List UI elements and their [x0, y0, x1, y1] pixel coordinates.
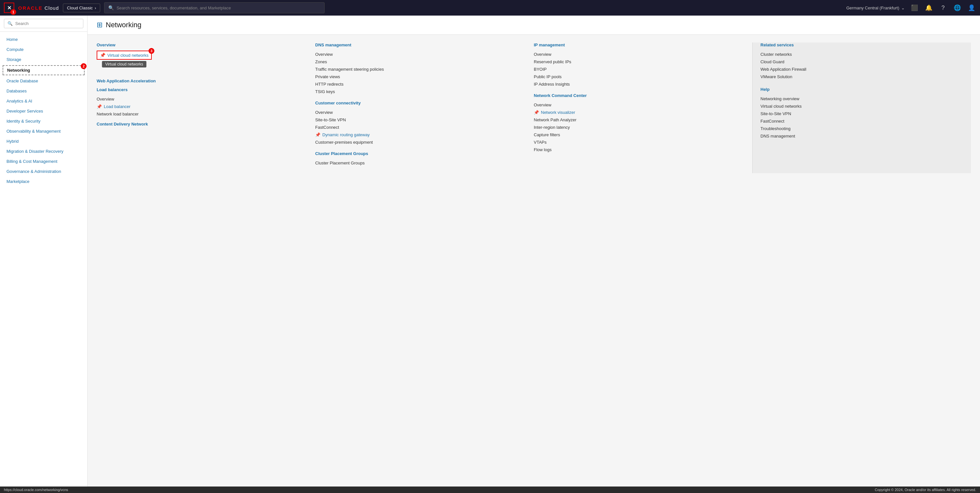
related-1-link[interactable]: Cluster networks [760, 51, 971, 58]
sidebar-item-migration[interactable]: Migration & Disaster Recovery [0, 146, 87, 156]
search-input[interactable] [116, 5, 320, 10]
search-icon: 🔍 [108, 5, 114, 10]
content-area: ⊞ Networking Overview 📌 Virtual cloud ne… [88, 16, 980, 487]
close-icon: ✕ [7, 5, 11, 11]
language-icon[interactable]: 🌐 [953, 3, 962, 12]
vcn-item-wrapper: 📌 Virtual cloud networks 3 Virtual cloud… [97, 51, 152, 60]
sidebar-item-storage[interactable]: Storage [0, 54, 87, 65]
cc-vpn-link[interactable]: Site-to-Site VPN [315, 116, 526, 124]
help-3-link[interactable]: Site-to-Site VPN [760, 110, 971, 118]
dns-zones-link[interactable]: Zones [315, 58, 526, 65]
dns-http-link[interactable]: HTTP redirects [315, 80, 526, 88]
notification-icon[interactable]: 🔔 [924, 3, 933, 12]
dns-title: DNS management [315, 43, 526, 47]
ip-insights-link[interactable]: IP Address Insights [534, 80, 745, 88]
badge-3: 3 [148, 48, 154, 54]
copyright-text: Copyright © 2024, Oracle and/or its affi… [875, 488, 976, 492]
vcn-label: Virtual cloud networks [107, 53, 148, 58]
dns-tsig-link[interactable]: TSIG keys [315, 88, 526, 95]
sidebar-item-observability[interactable]: Observability & Management [0, 126, 87, 136]
cc-overview-link[interactable]: Overview [315, 109, 526, 116]
ncc-capture-link[interactable]: Capture filters [534, 131, 745, 138]
network-lb-link[interactable]: Network load balancer [97, 110, 307, 118]
sidebar-item-oracle-database[interactable]: Oracle Database [0, 76, 87, 86]
sidebar-search-input[interactable] [15, 21, 80, 26]
chevron-right-icon: › [95, 5, 96, 10]
dns-overview-link[interactable]: Overview [315, 51, 526, 58]
ncc-visualizer-link[interactable]: 📌 Network visualizer [534, 109, 745, 116]
cc-drg-link[interactable]: 📌 Dynamic routing gateway [315, 131, 526, 138]
global-search-bar[interactable]: 🔍 [104, 2, 325, 13]
ip-title: IP management [534, 43, 745, 47]
sidebar-search-box[interactable]: 🔍 [4, 19, 83, 28]
help-1-link[interactable]: Networking overview [760, 95, 971, 102]
help-icon[interactable]: ? [939, 3, 948, 12]
content-body: Overview 📌 Virtual cloud networks 3 Virt… [88, 35, 980, 181]
sidebar-item-databases[interactable]: Databases [0, 86, 87, 96]
ncc-vtaps-link[interactable]: VTAPs [534, 138, 745, 146]
networking-header-icon: ⊞ [97, 21, 102, 29]
help-4-link[interactable]: FastConnect [760, 118, 971, 125]
cluster-item-link[interactable]: Cluster Placement Groups [315, 159, 526, 167]
pin-icon: 📌 [315, 132, 320, 137]
ncc-title: Network Command Center [534, 93, 745, 98]
col1-section: Overview 📌 Virtual cloud networks 3 Virt… [97, 43, 315, 173]
sidebar-item-governance[interactable]: Governance & Administration [0, 166, 87, 177]
cluster-placement-section: Cluster Placement Groups Cluster Placeme… [315, 151, 526, 167]
chevron-down-icon: ⌄ [901, 5, 905, 10]
lb-balancer-label: Load balancer [104, 104, 130, 109]
sidebar-item-home[interactable]: Home [0, 34, 87, 45]
virtual-cloud-networks-link[interactable]: 📌 Virtual cloud networks 3 [97, 51, 152, 60]
related-services-title: Related services [760, 43, 971, 47]
help-title: Help [760, 87, 971, 92]
ncc-latency-link[interactable]: Inter-region latency [534, 124, 745, 131]
sidebar-search-container: 🔍 [0, 16, 87, 32]
badge-1: 1 [10, 9, 16, 15]
cloud-shell-icon[interactable]: ⬛ [910, 3, 919, 12]
related-4-link[interactable]: VMware Solution [760, 73, 971, 80]
customer-title: Customer connectivity [315, 100, 526, 105]
ip-overview-link[interactable]: Overview [534, 51, 745, 58]
cc-fastconnect-link[interactable]: FastConnect [315, 124, 526, 131]
top-navigation: ✕ 1 ORACLE Cloud Cloud Classic › 🔍 Germa… [0, 0, 980, 16]
sidebar-item-analytics-ai[interactable]: Analytics & AI [0, 96, 87, 106]
help-2-link[interactable]: Virtual cloud networks [760, 102, 971, 110]
cluster-title: Cluster Placement Groups [315, 151, 526, 156]
close-button[interactable]: ✕ 1 [4, 3, 14, 13]
col3-section: IP management Overview Reserved public I… [534, 43, 752, 173]
ncc-visualizer-label: Network visualizer [541, 110, 575, 115]
pin-icon: 📌 [100, 52, 105, 58]
dns-traffic-link[interactable]: Traffic management steering policies [315, 65, 526, 73]
cloud-classic-button[interactable]: Cloud Classic › [63, 3, 100, 12]
user-avatar[interactable]: 👤 [967, 3, 976, 12]
related-2-link[interactable]: Cloud Guard [760, 58, 971, 65]
ncc-flow-link[interactable]: Flow logs [534, 146, 745, 153]
help-5-link[interactable]: Troubleshooting [760, 125, 971, 132]
ip-reserved-link[interactable]: Reserved public IPs [534, 58, 745, 65]
cc-cpe-link[interactable]: Customer-premises equipment [315, 138, 526, 146]
ncc-path-link[interactable]: Network Path Analyzer [534, 116, 745, 124]
col2-section: DNS management Overview Zones Traffic ma… [315, 43, 534, 173]
sidebar: 🔍 Home Compute Storage Networking 2 Orac… [0, 16, 88, 487]
status-bar: https://cloud.oracle.com/networking/vcns… [0, 487, 980, 493]
sidebar-item-developer-services[interactable]: Developer Services [0, 106, 87, 116]
dns-private-link[interactable]: Private views [315, 73, 526, 80]
sidebar-item-marketplace[interactable]: Marketplace [0, 177, 87, 186]
sidebar-item-billing[interactable]: Billing & Cost Management [0, 156, 87, 166]
pin-icon: 📌 [534, 110, 539, 115]
sidebar-nav: Home Compute Storage Networking 2 Oracle… [0, 32, 87, 189]
sidebar-item-hybrid[interactable]: Hybrid [0, 136, 87, 146]
sidebar-item-compute[interactable]: Compute [0, 45, 87, 54]
load-balancer-link[interactable]: 📌 Load balancer [97, 103, 307, 110]
ncc-overview-link[interactable]: Overview [534, 101, 745, 109]
help-6-link[interactable]: DNS management [760, 132, 971, 140]
ip-pools-link[interactable]: Public IP pools [534, 73, 745, 80]
load-balancers-section: Load balancers Overview 📌 Load balancer … [97, 87, 307, 118]
sidebar-item-identity-security[interactable]: Identity & Security [0, 116, 87, 126]
ip-byoip-link[interactable]: BYOIP [534, 65, 745, 73]
sidebar-item-networking[interactable]: Networking 2 [3, 65, 84, 75]
related-3-link[interactable]: Web Application Firewall [760, 65, 971, 73]
lb-overview-link[interactable]: Overview [97, 95, 307, 103]
cloud-classic-label: Cloud Classic [67, 5, 93, 10]
region-selector[interactable]: Germany Central (Frankfurt) ⌄ [846, 5, 905, 10]
